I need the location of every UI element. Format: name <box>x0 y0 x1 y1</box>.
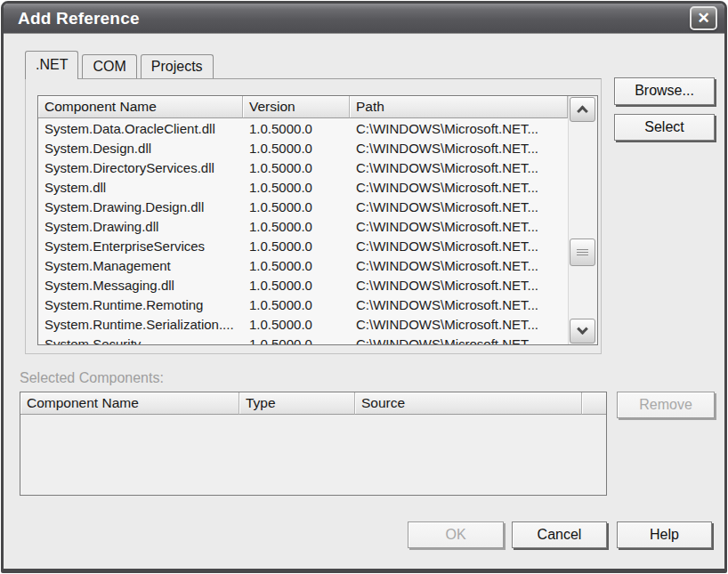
list-item-cell: C:\WINDOWS\Microsoft.NET... <box>350 335 568 344</box>
window-title: Add Reference <box>18 4 140 33</box>
tab-label: .NET <box>36 57 68 72</box>
list-item-cell: C:\WINDOWS\Microsoft.NET... <box>350 139 568 158</box>
column-header-type[interactable]: Type <box>239 392 355 415</box>
list-item-cell: 1.0.5000.0 <box>243 256 350 276</box>
list-item-cell: System.Design.dll <box>38 139 243 158</box>
add-reference-dialog: Add Reference ✕ .NET COM Projects Compon… <box>1 1 727 573</box>
list-item[interactable]: System.Design.dll1.0.5000.0C:\WINDOWS\Mi… <box>38 139 568 158</box>
list-item-cell: System.EnterpriseServices <box>38 237 243 256</box>
list-item-cell: C:\WINDOWS\Microsoft.NET... <box>350 119 568 139</box>
column-header-component-name[interactable]: Component Name <box>38 96 243 118</box>
chevron-down-icon <box>577 323 588 335</box>
list-item-cell: C:\WINDOWS\Microsoft.NET... <box>350 237 568 256</box>
close-button[interactable]: ✕ <box>690 6 717 30</box>
chevron-up-icon <box>577 105 588 117</box>
list-item-cell: 1.0.5000.0 <box>243 217 350 237</box>
column-header-source[interactable]: Source <box>355 392 582 415</box>
tab-strip: .NET COM Projects <box>25 51 217 79</box>
scroll-up-button[interactable] <box>570 97 595 122</box>
help-button[interactable]: Help <box>617 521 712 548</box>
list-item[interactable]: System.EnterpriseServices1.0.5000.0C:\WI… <box>38 237 568 256</box>
reference-list-header: Component Name Version Path <box>38 96 597 118</box>
list-item-cell: C:\WINDOWS\Microsoft.NET... <box>350 198 568 217</box>
tab-label: Projects <box>151 59 203 74</box>
tab-projects[interactable]: Projects <box>141 54 214 78</box>
list-item-cell: System.Security <box>38 335 243 344</box>
list-item[interactable]: System.dll1.0.5000.0C:\WINDOWS\Microsoft… <box>38 178 568 198</box>
close-icon: ✕ <box>697 10 709 27</box>
list-item-cell: 1.0.5000.0 <box>243 335 350 344</box>
selected-components-header: Component Name Type Source <box>20 392 606 415</box>
list-item[interactable]: System.Drawing.dll1.0.5000.0C:\WINDOWS\M… <box>38 217 568 237</box>
reference-list: Component Name Version Path System.Data.… <box>37 95 598 345</box>
list-item-cell: 1.0.5000.0 <box>243 139 350 158</box>
select-button[interactable]: Select <box>614 114 715 141</box>
list-item-cell: C:\WINDOWS\Microsoft.NET... <box>350 315 568 335</box>
list-item-cell: 1.0.5000.0 <box>243 198 350 217</box>
remove-button[interactable]: Remove <box>617 392 715 418</box>
list-item-cell: System.Runtime.Serialization.... <box>38 315 243 335</box>
list-item-cell: 1.0.5000.0 <box>243 178 350 198</box>
ok-button[interactable]: OK <box>408 521 504 548</box>
list-item[interactable]: System.Security1.0.5000.0C:\WINDOWS\Micr… <box>38 335 568 344</box>
title-bar: Add Reference ✕ <box>4 4 724 34</box>
browse-button[interactable]: Browse... <box>614 77 715 105</box>
tab-dotnet[interactable]: .NET <box>25 51 78 79</box>
cancel-button[interactable]: Cancel <box>512 521 607 548</box>
column-header-stub <box>582 392 606 415</box>
list-item[interactable]: System.Runtime.Remoting1.0.5000.0C:\WIND… <box>38 295 568 315</box>
list-item-cell: 1.0.5000.0 <box>243 119 350 139</box>
list-item-cell: 1.0.5000.0 <box>243 295 350 315</box>
list-item-cell: C:\WINDOWS\Microsoft.NET... <box>350 276 568 295</box>
column-header-path[interactable]: Path <box>350 96 568 118</box>
list-item-cell: System.DirectoryServices.dll <box>38 158 243 178</box>
list-item-cell: System.Drawing.Design.dll <box>38 198 243 217</box>
list-item-cell: System.Messaging.dll <box>38 276 243 295</box>
list-item[interactable]: System.DirectoryServices.dll1.0.5000.0C:… <box>38 158 568 178</box>
list-item-cell: System.Drawing.dll <box>38 217 243 237</box>
scrollbar-thumb[interactable] <box>570 238 595 266</box>
reference-list-rows: System.Data.OracleClient.dll1.0.5000.0C:… <box>38 119 568 344</box>
list-item[interactable]: System.Drawing.Design.dll1.0.5000.0C:\WI… <box>38 198 568 217</box>
list-item-cell: System.Data.OracleClient.dll <box>38 119 243 139</box>
list-item[interactable]: System.Messaging.dll1.0.5000.0C:\WINDOWS… <box>38 276 568 295</box>
selected-components-list: Component Name Type Source <box>20 392 607 496</box>
list-item-cell: 1.0.5000.0 <box>243 158 350 178</box>
list-item-cell: C:\WINDOWS\Microsoft.NET... <box>350 217 568 237</box>
scroll-down-button[interactable] <box>570 319 595 344</box>
list-item-cell: C:\WINDOWS\Microsoft.NET... <box>350 158 568 178</box>
list-item-cell: System.Runtime.Remoting <box>38 295 243 315</box>
list-item-cell: C:\WINDOWS\Microsoft.NET... <box>350 295 568 315</box>
scrollbar-grip-icon <box>577 249 588 256</box>
tab-com[interactable]: COM <box>82 54 136 78</box>
list-item-cell: System.dll <box>38 178 243 198</box>
list-item-cell: C:\WINDOWS\Microsoft.NET... <box>350 256 568 276</box>
list-item[interactable]: System.Management1.0.5000.0C:\WINDOWS\Mi… <box>38 256 568 276</box>
list-item-cell: 1.0.5000.0 <box>243 276 350 295</box>
list-item[interactable]: System.Data.OracleClient.dll1.0.5000.0C:… <box>38 119 568 139</box>
list-item[interactable]: System.Runtime.Serialization....1.0.5000… <box>38 315 568 335</box>
scrollbar[interactable] <box>568 96 597 344</box>
column-header-version[interactable]: Version <box>243 96 350 118</box>
list-item-cell: 1.0.5000.0 <box>243 237 350 256</box>
list-item-cell: C:\WINDOWS\Microsoft.NET... <box>350 178 568 198</box>
tab-label: COM <box>93 59 125 74</box>
column-header-component-name[interactable]: Component Name <box>20 392 239 415</box>
list-item-cell: 1.0.5000.0 <box>243 315 350 335</box>
list-item-cell: System.Management <box>38 256 243 276</box>
selected-components-label: Selected Components: <box>20 370 164 386</box>
